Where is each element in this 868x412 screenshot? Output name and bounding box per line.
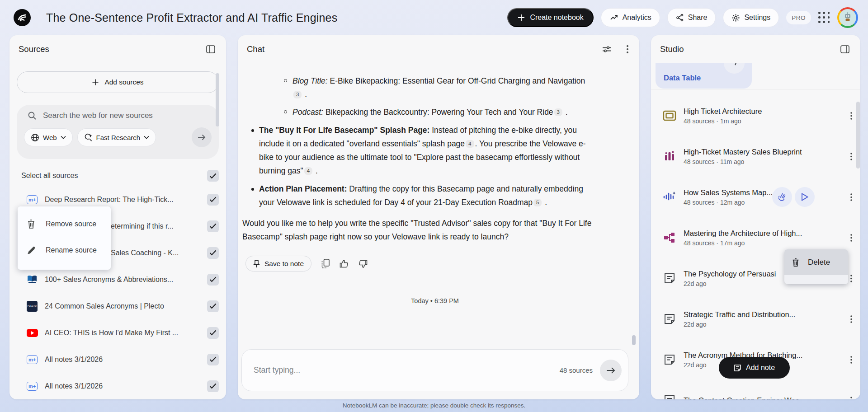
- studio-item-menu-icon[interactable]: [849, 314, 854, 325]
- disclaimer-text: NotebookLM can be inaccurate; please dou…: [0, 402, 868, 409]
- chat-settings-icon[interactable]: [600, 43, 613, 55]
- edit-data-table-button[interactable]: [724, 63, 745, 74]
- add-sources-button[interactable]: Add sources: [17, 71, 219, 93]
- source-checkbox[interactable]: [207, 247, 219, 259]
- collapse-sources-panel-icon[interactable]: [204, 43, 217, 55]
- source-checkbox[interactable]: [207, 274, 219, 286]
- studio-item-menu-icon[interactable]: [849, 232, 854, 243]
- chat-panel-title: Chat: [247, 44, 264, 54]
- research-mode-dropdown[interactable]: Fast Research: [77, 128, 156, 146]
- add-note-button[interactable]: Add note: [719, 357, 790, 379]
- notebooklm-note-icon: m+: [26, 355, 38, 364]
- note-icon: [662, 394, 677, 399]
- play-audio-button[interactable]: [795, 187, 815, 207]
- settings-button[interactable]: Settings: [723, 8, 779, 27]
- studio-item-menu-icon[interactable]: [849, 395, 854, 400]
- studio-item-menu-icon[interactable]: [849, 110, 854, 122]
- pro-badge: PRO: [786, 11, 811, 24]
- source-checkbox[interactable]: [207, 354, 219, 365]
- source-checkbox[interactable]: [207, 220, 219, 232]
- save-to-note-button[interactable]: Save to note: [245, 256, 311, 272]
- avatar[interactable]: [837, 7, 858, 28]
- studio-panel: Studio Data Table High Ticket Architectu…: [651, 35, 860, 399]
- trending-up-icon: [609, 13, 618, 22]
- pin-icon: [253, 260, 260, 268]
- data-table-card[interactable]: Data Table: [656, 63, 752, 89]
- pencil-icon: [27, 246, 36, 255]
- note-icon: [662, 272, 677, 284]
- trash-icon: [27, 219, 36, 229]
- citation-badge[interactable]: 3: [293, 91, 302, 98]
- citation-badge[interactable]: 4: [466, 140, 474, 148]
- send-button[interactable]: [600, 360, 622, 381]
- note-icon: [662, 313, 677, 325]
- copy-icon[interactable]: [321, 259, 330, 268]
- chat-more-menu-icon[interactable]: [625, 43, 630, 55]
- chat-input[interactable]: [254, 365, 560, 375]
- select-all-checkbox[interactable]: [207, 170, 219, 182]
- audio-waveform-icon: [662, 191, 677, 203]
- chat-sub-bullet: Podcast: Bikepacking the Backcountry: Po…: [292, 105, 595, 119]
- interactive-mode-button[interactable]: [772, 187, 792, 207]
- source-row[interactable]: 100+ Sales Acronyms & Abbreviations...: [9, 266, 226, 293]
- sources-panel-title: Sources: [19, 44, 49, 54]
- studio-item-menu-icon[interactable]: [849, 354, 854, 365]
- note-icon: [662, 354, 677, 365]
- studio-item[interactable]: High Ticket Architecture48 sources · 1m …: [651, 95, 860, 136]
- citation-badge[interactable]: 4: [304, 167, 312, 175]
- create-notebook-button[interactable]: Create notebook: [507, 8, 593, 27]
- chat-sub-bullet: Blog Title: E-Bike Bikepacking: Essentia…: [292, 74, 595, 101]
- google-apps-grid-icon[interactable]: [818, 12, 830, 23]
- chat-scrollbar[interactable]: [632, 335, 636, 345]
- select-all-label: Select all sources: [21, 172, 78, 180]
- citation-badge[interactable]: 5: [533, 199, 542, 206]
- source-row[interactable]: m+ All notes 3/1/2026: [9, 346, 226, 373]
- delete-menu-item[interactable]: Delete: [784, 249, 848, 275]
- studio-item-menu-icon[interactable]: [849, 192, 854, 203]
- studio-item-menu-icon[interactable]: [849, 151, 854, 162]
- thumbs-up-icon[interactable]: [340, 259, 349, 268]
- plecto-favicon: PLECTO: [26, 301, 38, 312]
- studio-item[interactable]: Strategic Traffic and Distribution...22d…: [651, 299, 860, 339]
- studio-item[interactable]: High-Ticket Mastery Sales Blueprint48 so…: [651, 136, 860, 177]
- source-row[interactable]: m+ All notes 3/1/2026: [9, 373, 226, 399]
- studio-item-menu-icon[interactable]: [849, 273, 854, 284]
- chevron-down-icon: [144, 136, 149, 139]
- share-icon: [676, 14, 684, 22]
- studio-item[interactable]: How Sales Systems Map...48 sources · 12m…: [651, 177, 860, 217]
- sources-scrollbar[interactable]: [216, 73, 219, 126]
- search-icon: [28, 111, 37, 120]
- source-checkbox[interactable]: [207, 327, 219, 339]
- mind-map-icon: [662, 232, 677, 243]
- share-button[interactable]: Share: [667, 8, 716, 27]
- studio-item-list: High Ticket Architecture48 sources · 1m …: [651, 95, 860, 399]
- analytics-button[interactable]: Analytics: [601, 8, 660, 27]
- citation-badge[interactable]: 3: [554, 108, 562, 116]
- studio-scrollbar[interactable]: [856, 102, 860, 169]
- rename-source-menu-item[interactable]: Rename source: [18, 237, 111, 263]
- chat-input-box: 48 sources: [241, 349, 628, 391]
- web-filter-dropdown[interactable]: Web: [24, 128, 73, 146]
- chat-panel: Chat Blog Title: E-Bike Bikepacking: Ess…: [238, 35, 639, 399]
- remove-source-menu-item[interactable]: Remove source: [18, 211, 111, 237]
- youtube-icon: [26, 329, 38, 337]
- source-row[interactable]: AI CEO: THIS is How I'd Make My First ..…: [9, 319, 226, 346]
- thumbs-down-icon[interactable]: [359, 259, 368, 268]
- globe-icon: [31, 133, 39, 142]
- plus-icon: [92, 79, 99, 86]
- studio-item[interactable]: The Content Creation Engine: Wee...: [651, 380, 860, 399]
- notebooklm-logo-icon[interactable]: [14, 9, 31, 26]
- submit-search-button[interactable]: [192, 127, 212, 147]
- source-checkbox[interactable]: [207, 194, 219, 206]
- data-table-chip: Data Table: [664, 74, 701, 82]
- collapse-studio-panel-icon[interactable]: [839, 43, 851, 55]
- notebook-title[interactable]: The One-Sentence Profit Extractor and AI…: [46, 11, 337, 24]
- source-checkbox[interactable]: [207, 300, 219, 312]
- source-checkbox[interactable]: [207, 380, 219, 392]
- search-input[interactable]: [43, 111, 206, 120]
- chat-closing-paragraph: Would you like me to help you write the …: [242, 216, 595, 243]
- book-icon: [26, 275, 38, 285]
- studio-panel-title: Studio: [660, 44, 684, 54]
- source-row[interactable]: PLECTO 24 Common Sales Acronyms | Plecto: [9, 293, 226, 319]
- notebooklm-note-icon: m+: [26, 195, 38, 204]
